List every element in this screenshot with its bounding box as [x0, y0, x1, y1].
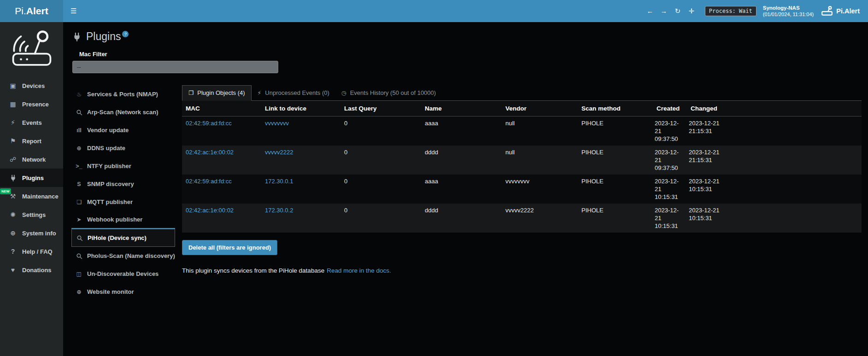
sidebar-item-label: Maintenance [22, 193, 59, 200]
docs-link[interactable]: Read more in the docs. [327, 267, 391, 274]
last-query-cell: 0 [340, 146, 421, 175]
calendar-icon: ▦ [8, 100, 18, 108]
plugin-item-ntfy-publisher[interactable]: >_ NTFY publisher [71, 157, 175, 175]
mac-link[interactable]: 02:42:59:ad:fd:cc [186, 120, 232, 127]
plugin-item-arp-scan[interactable]: Arp-Scan (Network scan) [71, 103, 175, 121]
sidebar-item-events[interactable]: ⚡ Events [0, 113, 63, 132]
plugins-help-badge-icon[interactable]: ? [122, 31, 129, 37]
column-header-created[interactable]: Created [653, 101, 687, 117]
sidebar-item-system-info[interactable]: ⊕ System info [0, 224, 63, 242]
plugin-panel: ❐ Plugin Objects (4) ⚡ Unprocessed Event… [182, 85, 862, 274]
search-icon [75, 109, 83, 116]
name-cell: aaaa [421, 117, 502, 146]
vendor-cell: null [502, 117, 578, 146]
plugin-item-mqtt-publisher[interactable]: ❏ MQTT publisher [71, 193, 175, 211]
plugin-item-pihole-device-sync[interactable]: PiHole (Device sync) [71, 229, 175, 247]
navbar-right-cluster: ← → ↻ ✛ Process: Wait Synology-NAS (01/0… [643, 5, 868, 18]
plugin-item-label: SNMP discovery [87, 181, 134, 187]
changed-cell: 2023-12-21 21:15:31 [687, 146, 726, 175]
plugin-item-ddns-update[interactable]: ⊕ DDNS update [71, 139, 175, 157]
tab-events-history[interactable]: ◷ Events History (50 out of 10000) [335, 85, 442, 101]
nav-move-icon[interactable]: ✛ [685, 7, 698, 15]
column-header-vendor[interactable]: Vendor [502, 101, 578, 117]
sidebar-item-presence[interactable]: ▦ Presence [0, 95, 63, 113]
sidebar-item-settings[interactable]: ✺ Settings [0, 205, 63, 224]
created-cell: 2023-12-21 10:15:31 [653, 204, 687, 233]
tab-bar: ❐ Plugin Objects (4) ⚡ Unprocessed Event… [182, 85, 862, 101]
vendor-cell: vvvvv2222 [502, 204, 578, 233]
plugin-item-website-monitor[interactable]: ⊕ Website monitor [71, 283, 175, 301]
table-row: 02:42:59:ad:fd:cc vvvvvvvv 0 aaaa null P… [182, 117, 862, 146]
sidebar-item-network[interactable]: ☍ Network [0, 150, 63, 169]
column-header-link-to-device[interactable]: Link to device [261, 101, 340, 117]
top-navbar: Pi.Alert ☰ ← → ↻ ✛ Process: Wait Synolog… [0, 0, 868, 22]
bolt-icon: ⚡ [8, 119, 18, 126]
device-link[interactable]: 172.30.0.2 [265, 207, 293, 214]
brand-logo[interactable]: Pi.Alert [0, 0, 63, 22]
column-header-changed[interactable]: Changed [687, 101, 726, 117]
sidebar-item-plugins[interactable]: Plugins [0, 169, 63, 187]
link-to-device-cell: 172.30.0.2 [261, 204, 340, 233]
column-header-spacer [726, 101, 862, 117]
plugin-item-webhook-publisher[interactable]: ➤ Webhook publisher [71, 211, 175, 229]
link-to-device-cell: vvvvv2222 [261, 146, 340, 175]
bar-chart-icon: ılI [75, 127, 83, 134]
device-link[interactable]: vvvvvvvv [265, 120, 289, 127]
sidebar-item-help-faq[interactable]: ? Help / FAQ [0, 242, 63, 261]
devices-icon: ▣ [8, 82, 18, 89]
mac-link[interactable]: 02:42:ac:1e:00:02 [186, 207, 234, 214]
plug-icon [8, 175, 18, 181]
table-row: 02:42:59:ad:fd:cc 172.30.0.1 0 aaaa vvvv… [182, 175, 862, 204]
terminal-icon: >_ [75, 163, 83, 169]
sidebar-item-report[interactable]: ⚑ Report [0, 132, 63, 150]
column-header-scan-method[interactable]: Scan method [578, 101, 653, 117]
column-header-last-query[interactable]: Last Query [340, 101, 421, 117]
plugins-content: ♨ Services & Ports (NMAP) Arp-Scan (Netw… [71, 85, 862, 301]
plugin-item-label: Pholus-Scan (Name discovery) [87, 252, 175, 259]
created-cell: 2023-12-21 09:37:50 [653, 146, 687, 175]
sidebar-toggle-icon[interactable]: ☰ [63, 7, 84, 15]
sidebar-item-label: Devices [22, 82, 45, 89]
created-cell: 2023-12-21 09:37:50 [653, 117, 687, 146]
mac-filter-input[interactable] [72, 61, 278, 73]
scan-method-cell: PIHOLE [578, 175, 653, 204]
sidebar-item-label: Events [22, 119, 42, 126]
plugin-item-snmp-discovery[interactable]: S SNMP discovery [71, 175, 175, 193]
delete-all-button[interactable]: Delete all (filters are ignored) [182, 240, 277, 255]
device-link[interactable]: vvvvv2222 [265, 149, 293, 156]
navbar: ☰ ← → ↻ ✛ Process: Wait Synology-NAS (01… [63, 0, 868, 22]
sidebar-item-maintenance[interactable]: NEW ⚒ Maintenance [0, 187, 63, 205]
device-link[interactable]: 172.30.0.1 [265, 178, 293, 185]
column-header-mac[interactable]: MAC [182, 101, 261, 117]
plugin-item-vendor-update[interactable]: ılI Vendor update [71, 121, 175, 139]
plugin-item-un-discoverable-devices[interactable]: ◫ Un-Discoverable Devices [71, 265, 175, 283]
plugin-item-label: Services & Ports (NMAP) [87, 91, 158, 98]
mac-link[interactable]: 02:42:ac:1e:00:02 [186, 149, 234, 156]
table-row: 02:42:ac:1e:00:02 172.30.0.2 0 dddd vvvv… [182, 204, 862, 233]
sidebar-item-label: Settings [22, 211, 46, 218]
services-ports-icon: ♨ [75, 91, 83, 98]
mac-cell: 02:42:59:ad:fd:cc [182, 117, 261, 146]
vendor-cell: null [502, 146, 578, 175]
pialert-logo [0, 22, 63, 76]
sidebar-item-devices[interactable]: ▣ Devices [0, 76, 63, 95]
table-row: 02:42:ac:1e:00:02 vvvvv2222 0 dddd null … [182, 146, 862, 175]
nav-refresh-icon[interactable]: ↻ [671, 7, 685, 15]
vendor-cell: vvvvvvvv [502, 175, 578, 204]
tab-unprocessed-events[interactable]: ⚡ Unprocessed Events (0) [252, 85, 335, 101]
scan-method-cell: PIHOLE [578, 146, 653, 175]
plugin-item-pholus-scan[interactable]: Pholus-Scan (Name discovery) [71, 247, 175, 265]
mac-link[interactable]: 02:42:59:ad:fd:cc [186, 178, 232, 185]
plugin-description: This plugin syncs devices from the PiHol… [182, 267, 862, 274]
tab-plugin-objects[interactable]: ❐ Plugin Objects (4) [182, 85, 252, 101]
network-icon: ☍ [8, 156, 18, 163]
new-badge: NEW [0, 188, 11, 194]
mac-cell: 02:42:59:ad:fd:cc [182, 175, 261, 204]
host-name: Synology-NAS [763, 5, 814, 11]
plugin-item-services-ports-nmap[interactable]: ♨ Services & Ports (NMAP) [71, 85, 175, 103]
nav-forward-icon[interactable]: → [657, 7, 671, 15]
nav-back-icon[interactable]: ← [643, 7, 657, 15]
brand-text-light: Pi. [15, 6, 26, 17]
column-header-name[interactable]: Name [421, 101, 502, 117]
sidebar-item-donations[interactable]: ♥ Donations [0, 261, 63, 279]
